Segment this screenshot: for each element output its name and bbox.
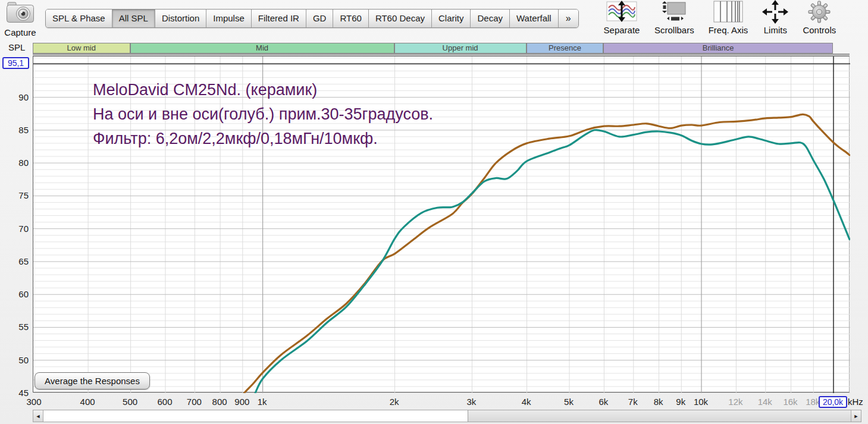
controls-gear-icon: [803, 0, 836, 24]
tab-spl-phase[interactable]: SPL & Phase: [46, 10, 112, 27]
y-tick-label: 55: [0, 322, 29, 332]
x-tick-label: 7k: [628, 397, 638, 407]
tab-all-spl[interactable]: All SPL: [112, 10, 155, 27]
scroll-left-arrow-icon[interactable]: ◄: [33, 410, 43, 422]
x-tick-label: 8k: [654, 397, 663, 407]
freq-axis-button[interactable]: Freq. Axis: [701, 0, 756, 35]
y-tick-label: 65: [0, 256, 29, 266]
x-tick-label: 9k: [676, 397, 685, 407]
tab-decay[interactable]: Decay: [470, 10, 509, 27]
toolbar-right-tools: Separate Scrollbars: [596, 0, 843, 35]
tab-distortion[interactable]: Distortion: [155, 10, 206, 27]
limits-button[interactable]: Limits: [755, 0, 795, 35]
x-tick-label: 3k: [467, 397, 477, 407]
controls-button[interactable]: Controls: [795, 0, 843, 35]
band-brilliance: Brilliance: [603, 43, 833, 54]
tab-filtered-ir[interactable]: Filtered IR: [251, 10, 306, 27]
x-tick-label: 12k: [728, 397, 742, 407]
controls-label: Controls: [803, 25, 836, 35]
x-tick-label: 500: [123, 397, 137, 407]
x-tick-label: 18k: [806, 397, 820, 407]
x-tick-label: 300: [26, 397, 41, 407]
scrollbar-thumb[interactable]: [43, 410, 468, 422]
x-tick-label: 14k: [758, 397, 772, 407]
tab-gd[interactable]: GD: [306, 10, 333, 27]
plot-area[interactable]: MeloDavid CM25Nd. (керамик)На оси и вне …: [33, 56, 850, 392]
khz-unit-label: kHz: [848, 397, 863, 407]
band-mid: Mid: [130, 43, 394, 54]
scrollbars-button[interactable]: Scrollbars: [647, 0, 701, 35]
x-tick-label: 2k: [390, 397, 399, 407]
separate-icon: [603, 0, 640, 24]
spl-axis-label: SPL: [8, 42, 25, 52]
limits-icon: [762, 0, 788, 24]
x-axis-max-input[interactable]: 20,0k: [819, 396, 847, 408]
graph-tab-bar: SPL & PhaseAll SPLDistortionImpulseFilte…: [45, 9, 579, 28]
tab-rt60[interactable]: RT60: [333, 10, 368, 27]
separate-button[interactable]: Separate: [596, 0, 647, 35]
limits-label: Limits: [762, 25, 788, 35]
band-presence: Presence: [527, 43, 604, 54]
y-tick-label: 50: [0, 355, 29, 365]
x-tick-label: 600: [157, 397, 172, 407]
plot-grid-and-curves: [33, 56, 850, 393]
capture-label: Capture: [3, 27, 37, 37]
scroll-right-arrow-icon[interactable]: ►: [851, 410, 861, 422]
y-tick-label: 90: [0, 92, 29, 102]
tab-waterfall[interactable]: Waterfall: [509, 10, 558, 27]
y-tick-label: 60: [0, 289, 29, 299]
y-tick-label: 45: [0, 388, 29, 398]
scrollbar-track[interactable]: [468, 410, 851, 422]
x-tick-label: 900: [234, 397, 249, 407]
x-tick-label: 6k: [598, 397, 608, 407]
freq-axis-icon: [709, 0, 748, 24]
x-tick-label: 700: [187, 397, 202, 407]
x-tick-label: 800: [212, 397, 227, 407]
x-tick-label: 10k: [694, 397, 708, 407]
y-axis-max-input[interactable]: 95,1: [2, 57, 29, 69]
scrollbars-icon: [654, 0, 694, 24]
horizontal-scrollbar[interactable]: ◄ ►: [33, 410, 861, 422]
tab-clarity[interactable]: Clarity: [431, 10, 471, 27]
x-tick-label: 4k: [522, 397, 531, 407]
x-tick-label: 5k: [564, 397, 574, 407]
band-upper-mid: Upper mid: [394, 43, 527, 54]
x-tick-label: 1k: [258, 397, 267, 407]
x-tick-label: 400: [80, 397, 95, 407]
average-responses-button[interactable]: Average the Responses: [35, 372, 150, 390]
separate-label: Separate: [603, 25, 640, 35]
camera-icon: [6, 1, 35, 24]
y-tick-label: 75: [0, 190, 29, 200]
capture-button[interactable]: Capture: [3, 1, 37, 37]
tab-impulse[interactable]: Impulse: [206, 10, 251, 27]
y-tick-label: 80: [0, 158, 29, 168]
more-tabs-button[interactable]: »: [558, 10, 578, 27]
freq-axis-label: Freq. Axis: [709, 25, 748, 35]
scrollbars-label: Scrollbars: [654, 25, 694, 35]
band-low-mid: Low mid: [33, 43, 130, 54]
y-tick-label: 70: [0, 224, 29, 234]
rew-window: Capture SPL & PhaseAll SPLDistortionImpu…: [0, 0, 868, 424]
y-tick-label: 85: [0, 125, 29, 135]
tab-rt60-decay[interactable]: RT60 Decay: [368, 10, 431, 27]
x-tick-label: 16k: [783, 397, 797, 407]
